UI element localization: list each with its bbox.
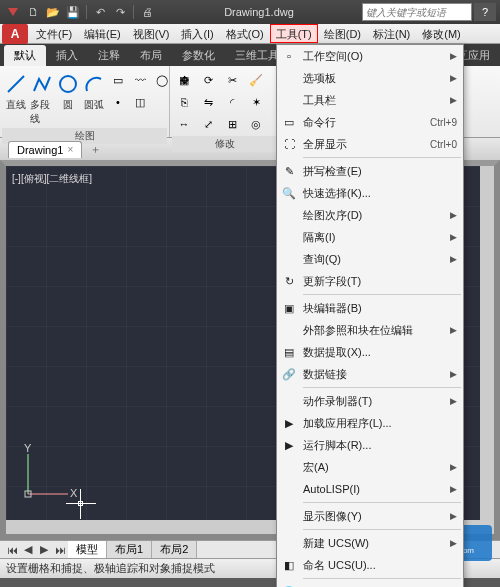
circle-button[interactable]: 圆 (56, 70, 80, 126)
menu-item[interactable]: ▶加载应用程序(L)... (277, 412, 463, 434)
menu-item-icon: ◧ (281, 557, 297, 573)
menu-item[interactable]: 新建 UCS(W)▶ (277, 532, 463, 554)
menu-item-label: 加载应用程序(L)... (303, 416, 392, 431)
menu-item[interactable]: 显示图像(Y)▶ (277, 505, 463, 527)
menu-tools[interactable]: 工具(T) (270, 24, 318, 43)
autocad-logo-icon[interactable]: A (2, 24, 28, 44)
menu-item[interactable]: ▶运行脚本(R)... (277, 434, 463, 456)
submenu-arrow-icon: ▶ (450, 396, 457, 406)
svg-point-2 (60, 76, 76, 92)
menu-item[interactable]: 隔离(I)▶ (277, 226, 463, 248)
erase-icon[interactable]: 🧹 (246, 70, 266, 90)
layout-tab-2[interactable]: 布局2 (152, 541, 197, 558)
region-icon[interactable]: ◫ (130, 92, 150, 112)
print-icon[interactable]: 🖨 (138, 3, 156, 21)
menu-view[interactable]: 视图(V) (127, 24, 176, 43)
menu-edit[interactable]: 编辑(E) (78, 24, 127, 43)
tab-nav-prev-icon[interactable]: ◀ (20, 543, 36, 556)
menu-item-label: 全屏显示 (303, 137, 347, 152)
menu-item[interactable]: ⛶全屏显示Ctrl+0 (277, 133, 463, 155)
menu-item[interactable]: 宏(A)▶ (277, 456, 463, 478)
offset-icon[interactable]: ◎ (246, 114, 266, 134)
mirror-icon[interactable]: ⇋ (198, 92, 218, 112)
menu-item[interactable]: ◧命名 UCS(U)... (277, 554, 463, 576)
close-tab-icon[interactable]: × (67, 144, 73, 155)
rotate-icon[interactable]: ⟳ (198, 70, 218, 90)
viewport-label[interactable]: [-][俯视][二维线框] (12, 172, 92, 186)
window-title: Drawing1.dwg (224, 6, 294, 18)
app-menu-icon[interactable] (4, 3, 22, 21)
submenu-arrow-icon: ▶ (450, 484, 457, 494)
save-icon[interactable]: 💾 (64, 3, 82, 21)
scrollbar-vertical[interactable] (480, 166, 494, 534)
stretch-icon[interactable]: ↔ (174, 114, 194, 134)
menu-dimension[interactable]: 标注(N) (367, 24, 416, 43)
ribbon-tab-parametric[interactable]: 参数化 (172, 45, 225, 66)
arc-button[interactable]: 圆弧 (82, 70, 106, 126)
scale-icon[interactable]: ⤢ (198, 114, 218, 134)
explode-icon[interactable]: ✶ (246, 92, 266, 112)
ribbon-tab-insert[interactable]: 插入 (46, 45, 88, 66)
array-icon[interactable]: ⊞ (222, 114, 242, 134)
menu-item[interactable]: ▣块编辑器(B) (277, 297, 463, 319)
tab-nav-first-icon[interactable]: ⏮ (4, 544, 20, 556)
menu-insert[interactable]: 插入(I) (175, 24, 219, 43)
menu-file[interactable]: 文件(F) (30, 24, 78, 43)
ribbon-tab-annotate[interactable]: 注释 (88, 45, 130, 66)
menu-item-label: 动作录制器(T) (303, 394, 372, 409)
help-icon[interactable]: ? (474, 3, 496, 21)
menu-draw[interactable]: 绘图(D) (318, 24, 367, 43)
menu-item-label: 数据链接 (303, 367, 347, 382)
spline-icon[interactable]: 〰 (130, 70, 150, 90)
menu-item[interactable]: ▫工作空间(O)▶ (277, 45, 463, 67)
menu-item[interactable]: ▤数据提取(X)... (277, 341, 463, 363)
copy-icon[interactable]: ⎘ (174, 92, 194, 112)
submenu-arrow-icon: ▶ (450, 73, 457, 83)
panel-draw: 直线 多段线 圆 圆弧 ▭ 〰 ◯ ▦ • ◫ 绘图 (0, 66, 170, 137)
menu-item[interactable]: ▭命令行Ctrl+9 (277, 111, 463, 133)
menu-item[interactable]: 🔍快速选择(K)... (277, 182, 463, 204)
fillet-icon[interactable]: ◜ (222, 92, 242, 112)
menu-item[interactable]: ↻更新字段(T) (277, 270, 463, 292)
menu-item[interactable]: 绘图次序(D)▶ (277, 204, 463, 226)
menu-item-label: AutoLISP(I) (303, 483, 360, 495)
new-tab-icon[interactable]: ＋ (86, 140, 104, 158)
menu-item[interactable]: 外部参照和块在位编辑▶ (277, 319, 463, 341)
point-icon[interactable]: • (108, 92, 128, 112)
menu-item[interactable]: 动作录制器(T)▶ (277, 390, 463, 412)
layout-tab-1[interactable]: 布局1 (107, 541, 152, 558)
crosshair-icon (66, 489, 96, 519)
menu-item[interactable]: ✎拼写检查(E) (277, 160, 463, 182)
search-input[interactable] (362, 3, 472, 21)
move-icon[interactable]: ✥ (174, 70, 194, 90)
file-tab-label: Drawing1 (17, 144, 63, 156)
rect-icon[interactable]: ▭ (108, 70, 128, 90)
line-button[interactable]: 直线 (4, 70, 28, 126)
menu-item[interactable]: AutoLISP(I)▶ (277, 478, 463, 500)
trim-icon[interactable]: ✂ (222, 70, 242, 90)
open-icon[interactable]: 📂 (44, 3, 62, 21)
ribbon-tab-default[interactable]: 默认 (4, 45, 46, 66)
ellipse-icon[interactable]: ◯ (152, 70, 172, 90)
menu-modify[interactable]: 修改(M) (416, 24, 467, 43)
menu-item[interactable]: 查询(Q)▶ (277, 248, 463, 270)
menu-item-icon: ▫ (281, 48, 297, 64)
menu-item[interactable]: 🌐地理位置(L)... (277, 581, 463, 587)
redo-icon[interactable]: ↷ (111, 3, 129, 21)
ribbon-tab-layout[interactable]: 布局 (130, 45, 172, 66)
undo-icon[interactable]: ↶ (91, 3, 109, 21)
tab-nav-last-icon[interactable]: ⏭ (52, 544, 68, 556)
submenu-arrow-icon: ▶ (450, 538, 457, 548)
tab-nav-next-icon[interactable]: ▶ (36, 543, 52, 556)
menu-item[interactable]: 工具栏▶ (277, 89, 463, 111)
menu-item[interactable]: 选项板▶ (277, 67, 463, 89)
tools-dropdown: ▫工作空间(O)▶选项板▶工具栏▶▭命令行Ctrl+9⛶全屏显示Ctrl+0✎拼… (276, 44, 464, 587)
menu-format[interactable]: 格式(O) (220, 24, 270, 43)
file-tab-drawing1[interactable]: Drawing1 × (8, 141, 82, 158)
polyline-button[interactable]: 多段线 (30, 70, 54, 126)
layout-tab-model[interactable]: 模型 (68, 541, 107, 558)
menu-item[interactable]: 🔗数据链接▶ (277, 363, 463, 385)
menu-item-label: 隔离(I) (303, 230, 335, 245)
menu-item-label: 工作空间(O) (303, 49, 363, 64)
new-icon[interactable]: 🗋 (24, 3, 42, 21)
